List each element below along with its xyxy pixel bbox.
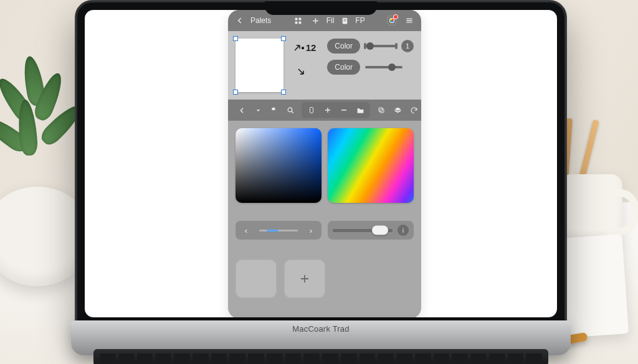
laptop-screen: Palets Fil FP xyxy=(85,10,557,317)
svg-rect-0 xyxy=(295,17,298,20)
svg-rect-10 xyxy=(379,108,383,111)
slider-group: Color 1 Color xyxy=(327,39,414,75)
fill-label[interactable]: Fil xyxy=(326,16,335,25)
laptop-bezel: Palets Fil FP xyxy=(75,0,567,330)
next-button[interactable]: › xyxy=(304,223,318,237)
canvas-thumbnail[interactable] xyxy=(236,39,283,92)
keyboard xyxy=(93,349,548,364)
copy-icon[interactable] xyxy=(374,103,389,117)
plus-button[interactable] xyxy=(320,103,335,117)
mug xyxy=(560,174,622,243)
svg-rect-9 xyxy=(380,109,384,113)
svg-rect-5 xyxy=(343,19,346,19)
svg-rect-2 xyxy=(295,21,298,24)
tool-iconbar xyxy=(228,100,421,121)
nav-back-button[interactable] xyxy=(234,103,249,117)
svg-rect-8 xyxy=(310,108,313,113)
color1-button[interactable]: Color xyxy=(327,39,360,54)
hue-spectrum-picker[interactable] xyxy=(328,128,414,203)
svg-rect-3 xyxy=(299,21,302,24)
redo-icon[interactable] xyxy=(406,103,421,117)
chrome-logo-icon[interactable] xyxy=(385,14,399,27)
brand-label: MacCoark Trad xyxy=(292,324,349,334)
folder-icon[interactable] xyxy=(353,103,368,117)
plant-pot xyxy=(0,187,87,286)
color1-slider[interactable] xyxy=(365,45,396,47)
picker-area: ‹ › i xyxy=(228,121,421,317)
dropdown-button[interactable] xyxy=(250,103,265,117)
add-button[interactable] xyxy=(309,14,323,27)
properties-row: ▪ 12 Color xyxy=(228,31,421,100)
swatch-1[interactable] xyxy=(236,259,277,298)
opacity-slider-box: i xyxy=(328,221,414,240)
saturation-value-picker[interactable] xyxy=(236,128,321,203)
grid-icon[interactable] xyxy=(292,14,305,27)
fp-label[interactable]: FP xyxy=(355,16,364,25)
flag-icon[interactable] xyxy=(267,103,282,117)
arrow-se-icon xyxy=(296,67,306,77)
prev-button[interactable]: ‹ xyxy=(239,223,253,237)
color2-slider[interactable] xyxy=(365,66,402,68)
seek-bar[interactable] xyxy=(259,230,298,231)
info-button[interactable]: i xyxy=(398,225,409,236)
picker-nav-bar: ‹ › xyxy=(236,221,321,240)
slider-thumb[interactable] xyxy=(372,226,388,235)
color2-button[interactable]: Color xyxy=(327,60,360,75)
display-notch xyxy=(265,1,377,15)
layers-icon[interactable] xyxy=(390,103,405,117)
menu-button[interactable] xyxy=(402,14,416,27)
device-icon[interactable] xyxy=(304,103,319,117)
back-button[interactable] xyxy=(233,14,247,27)
opacity-slider[interactable] xyxy=(333,229,393,232)
search-button[interactable] xyxy=(283,103,298,117)
swatch-row xyxy=(236,259,414,311)
color-editor-panel: Palets Fil FP xyxy=(228,10,421,317)
note-icon[interactable] xyxy=(338,14,351,27)
canvas-dimensions: ▪ 12 xyxy=(292,39,316,77)
minus-button[interactable] xyxy=(336,103,351,117)
laptop: Palets Fil FP xyxy=(75,0,567,364)
add-swatch-button[interactable] xyxy=(284,259,325,298)
svg-rect-6 xyxy=(343,20,346,21)
color1-badge: 1 xyxy=(401,40,414,52)
svg-rect-1 xyxy=(299,17,302,20)
canvas-value: 12 xyxy=(306,42,317,53)
topbar-title: Palets xyxy=(250,16,271,25)
svg-point-7 xyxy=(288,108,292,112)
